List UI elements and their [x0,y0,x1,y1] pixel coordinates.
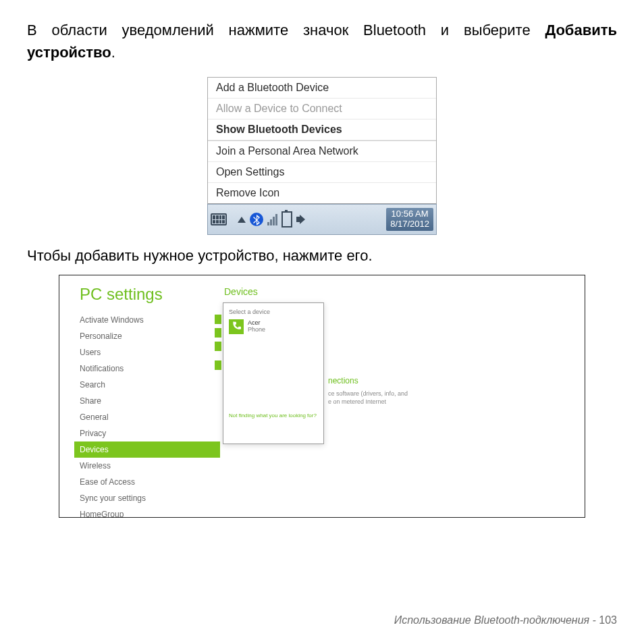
clock-date: 8/17/2012 [390,219,429,230]
volume-icon[interactable] [296,214,307,225]
device-item[interactable]: Acer Phone [229,319,318,334]
menu-remove-icon[interactable]: Remove Icon [208,183,436,204]
menu-add-bt-device[interactable]: Add a Bluetooth Device [208,78,436,99]
connections-line2: e on metered Internet [328,398,575,406]
select-device-popup: Select a device Acer Phone Not finding w… [223,302,324,444]
page-number: 103 [599,614,617,626]
pc-settings-screenshot: PC settings Activate WindowsPersonalizeU… [59,275,585,518]
connections-line1: ce software (drivers, info, and [328,390,575,398]
clock[interactable]: 10:56 AM 8/17/2012 [386,208,433,231]
battery-icon[interactable] [281,211,292,227]
pc-settings-title: PC settings [80,285,215,304]
page-footer: Использование Bluetooth-подключения - 10… [394,614,617,626]
sidebar-item[interactable]: Devices [74,441,220,458]
connections-block: nections ce software (drivers, info, and… [328,375,575,406]
sidebar-item[interactable]: Ease of Access [74,474,220,490]
device-type: Phone [248,327,265,333]
sidebar-item[interactable]: Activate Windows [74,312,220,328]
context-menu: Add a Bluetooth Device Allow a Device to… [207,77,437,204]
not-finding-link[interactable]: Not finding what you are looking for? [229,412,318,419]
sidebar-item[interactable]: Privacy [74,425,220,441]
menu-show-bt-devices[interactable]: Show Bluetooth Devices [208,119,436,140]
menu-join-pan[interactable]: Join a Personal Area Network [208,141,436,162]
network-signal-icon[interactable] [267,213,277,225]
sidebar-item[interactable]: Notifications [74,360,220,377]
pc-settings-sidebar: PC settings Activate WindowsPersonalizeU… [59,275,215,517]
bluetooth-icon[interactable] [250,213,263,226]
bluetooth-menu-screenshot: Add a Bluetooth Device Allow a Device to… [207,77,437,235]
connections-header: nections [328,375,575,387]
devices-header: Devices [224,286,575,297]
sidebar-item[interactable]: General [74,409,220,425]
sidebar-item[interactable]: Users [74,344,220,360]
footer-text: Использование Bluetooth-подключения - [394,614,599,626]
clock-time: 10:56 AM [390,209,429,219]
sidebar-item[interactable]: Sync your settings [74,490,220,506]
intro-tail: . [111,44,115,61]
select-device-label: Select a device [229,308,318,315]
sidebar-item[interactable]: Share [74,393,220,409]
phone-icon [229,319,244,334]
paragraph-2: Чтобы добавить нужное устройство, нажмит… [27,244,617,267]
menu-open-settings[interactable]: Open Settings [208,162,436,183]
intro-line1: В области уведомлений нажмите значок Blu… [27,22,545,38]
sidebar-item[interactable]: Search [74,377,220,393]
sidebar-item[interactable]: HomeGroup [74,506,220,518]
keyboard-icon[interactable] [211,213,227,225]
intro-paragraph: В области уведомлений нажмите значок Blu… [27,19,617,63]
sidebar-item[interactable]: Personalize [74,328,220,344]
taskbar: 10:56 AM 8/17/2012 [207,204,437,235]
sidebar-item[interactable]: Wireless [74,458,220,474]
menu-allow-connect: Allow a Device to Connect [208,99,436,119]
show-hidden-icons-icon[interactable] [238,217,246,223]
